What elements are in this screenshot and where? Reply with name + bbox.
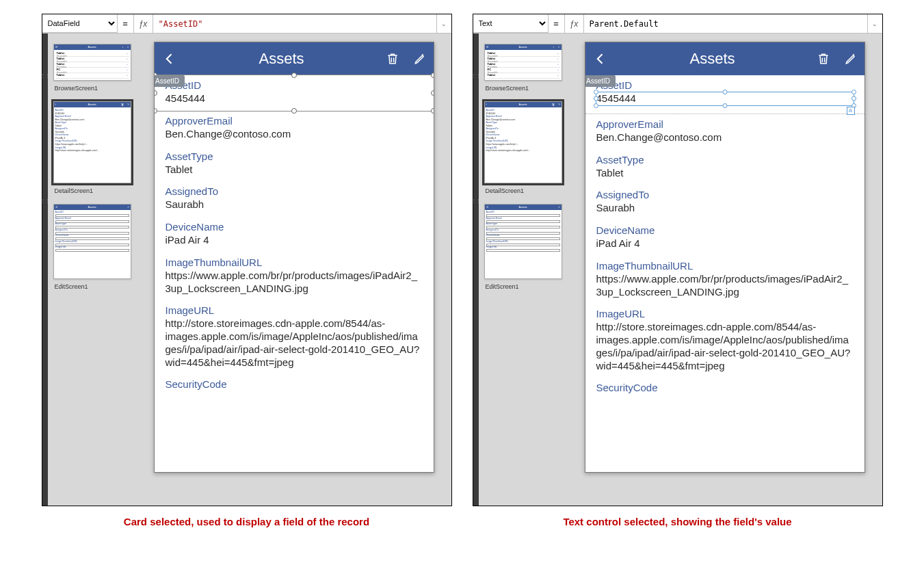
field-value: Ben.Change@contoso.com xyxy=(166,128,423,141)
card-assetid[interactable]: AssetID 4545444 A xyxy=(585,75,864,114)
fx-icon[interactable]: ƒx xyxy=(565,14,584,33)
card-approveremail[interactable]: ApproverEmail Ben.Change@contoso.com xyxy=(155,111,434,146)
thumbnail-edit[interactable]: ✕Assets✓ AssetID ApproverEmail AssetType… xyxy=(484,204,562,279)
card-imagethumbnailurl[interactable]: ImageThumbnailURL https://www.apple.com/… xyxy=(585,256,864,304)
field-label: DeviceName xyxy=(596,224,854,236)
canvas-area[interactable]: Card : AssetID Assets xyxy=(137,34,451,506)
selection-breadcrumb[interactable]: Card : AssetID xyxy=(585,75,616,87)
field-value: http://store.storeimages.cdn-apple.com/8… xyxy=(166,317,423,369)
field-label: AssignedTo xyxy=(166,185,423,197)
back-icon[interactable] xyxy=(585,52,616,66)
selection-breadcrumb[interactable]: Card : AssetID xyxy=(154,75,185,87)
app-header: Assets xyxy=(585,42,864,75)
app-title: Assets xyxy=(616,50,810,68)
field-label: ApproverEmail xyxy=(596,118,854,130)
field-value: https://www.apple.com/br/pr/products/ima… xyxy=(596,273,854,299)
card-assettype[interactable]: AssetType Tablet xyxy=(155,146,434,182)
card-imageurl[interactable]: ImageURL http://store.storeimages.cdn-ap… xyxy=(585,304,864,378)
field-label: DeviceName xyxy=(166,221,423,233)
field-label: ApproverEmail xyxy=(166,115,423,127)
card-devicename[interactable]: DeviceName iPad Air 4 xyxy=(585,220,864,256)
delete-icon[interactable] xyxy=(379,52,406,66)
field-value: Ben.Change@contoso.com xyxy=(596,131,854,144)
field-label: AssetID xyxy=(166,79,423,91)
card-assettype[interactable]: AssetType Tablet xyxy=(585,150,864,185)
card-imageurl[interactable]: ImageURL http://store.storeimages.cdn-ap… xyxy=(155,300,434,374)
card-approveremail[interactable]: ApproverEmail Ben.Change@contoso.com xyxy=(585,114,864,150)
card-assignedto[interactable]: AssignedTo Saurabh xyxy=(155,181,434,217)
card-imagethumbnailurl[interactable]: ImageThumbnailURL https://www.apple.com/… xyxy=(155,252,434,301)
field-value: https://www.apple.com/br/pr/products/ima… xyxy=(166,270,423,296)
field-value: Tablet xyxy=(166,163,423,176)
canvas-area[interactable]: Card : AssetID Assets xyxy=(568,34,882,506)
formula-bar: DataField = ƒx ⌄ xyxy=(42,14,451,34)
panel-caption-right: Text control selected, showing the field… xyxy=(559,506,795,530)
card-securitycode[interactable]: SecurityCode xyxy=(585,378,864,400)
thumbnail-edit[interactable]: ✕Assets✓ AssetID ApproverEmail AssetType… xyxy=(53,204,131,279)
field-value: iPad Air 4 xyxy=(596,237,854,250)
edit-icon[interactable] xyxy=(406,52,434,66)
property-dropdown[interactable]: Text xyxy=(473,14,549,33)
card-devicename[interactable]: DeviceName iPad Air 4 xyxy=(155,217,434,252)
thumbnail-detail[interactable]: ‹Assets🗑✎ AssetID4545444 ApproverEmailBe… xyxy=(484,101,562,183)
editor-panel-card-selected: DataField = ƒx ⌄ ⋮⋮ ⋮⋮ ⟳Assets↕＋ xyxy=(42,14,452,506)
screen-rail: ⋮⋮ ⋮⋮ xyxy=(473,34,479,506)
delete-icon[interactable] xyxy=(810,52,837,66)
field-label: ImageURL xyxy=(596,308,854,319)
form-fields: AssetID 4545444 A ApproverE xyxy=(585,75,864,400)
equals-label: = xyxy=(118,14,134,33)
formula-expand-icon[interactable]: ⌄ xyxy=(436,14,451,33)
field-label: AssignedTo xyxy=(596,189,854,200)
field-value: Tablet xyxy=(596,167,854,180)
field-label: SecurityCode xyxy=(596,382,854,393)
property-dropdown[interactable]: DataField xyxy=(42,14,118,33)
thumbnail-list: ⟳Assets↕＋ TabletSaurabh› TabletSaurabh› … xyxy=(48,34,137,506)
field-label: AssetType xyxy=(166,150,423,162)
formula-input[interactable] xyxy=(584,14,867,33)
field-label: ImageURL xyxy=(166,304,423,316)
field-label: AssetType xyxy=(596,154,854,166)
card-securitycode[interactable]: SecurityCode xyxy=(155,374,434,397)
back-icon[interactable] xyxy=(155,52,185,66)
panel-caption-left: Card selected, used to display a field o… xyxy=(120,506,373,530)
thumbnail-browse[interactable]: ⟳Assets↕＋ TabletSaurabh› TabletSaurabh› … xyxy=(484,44,562,81)
text-control-assetid[interactable]: 4545444 A xyxy=(596,92,854,105)
formula-bar: Text = ƒx ⌄ xyxy=(473,14,882,34)
equals-label: = xyxy=(549,14,565,33)
editor-panel-text-selected: Text = ƒx ⌄ ⋮⋮ ⋮⋮ ⟳Assets↕＋ xyxy=(473,14,883,506)
thumb-caption-detail: DetailScreen1 xyxy=(484,186,562,198)
screen-rail: ⋮⋮ ⋮⋮ xyxy=(42,34,48,506)
thumb-caption-browse: BrowseScreen1 xyxy=(484,83,562,96)
thumb-caption-edit: EditScreen1 xyxy=(53,282,131,294)
app-title: Assets xyxy=(185,50,379,68)
formula-expand-icon[interactable]: ⌄ xyxy=(867,14,882,33)
app-header: Assets xyxy=(155,42,434,75)
thumb-caption-edit: EditScreen1 xyxy=(484,282,562,294)
field-label: ImageThumbnailURL xyxy=(166,257,423,268)
thumbnail-list: ⟳Assets↕＋ TabletSaurabh› TabletSaurabh› … xyxy=(479,34,568,506)
thumb-caption-detail: DetailScreen1 xyxy=(53,186,131,198)
edit-icon[interactable] xyxy=(837,52,864,66)
phone-preview: Card : AssetID Assets xyxy=(585,42,865,473)
field-value: iPad Air 4 xyxy=(166,234,423,247)
field-value: http://store.storeimages.cdn-apple.com/8… xyxy=(596,321,854,372)
phone-preview: Card : AssetID Assets xyxy=(154,42,434,473)
alignment-badge-icon[interactable]: A xyxy=(847,107,855,115)
field-value: 4545444 xyxy=(166,92,423,105)
field-label: ImageThumbnailURL xyxy=(596,260,854,272)
formula-input[interactable] xyxy=(153,14,436,33)
thumbnail-browse[interactable]: ⟳Assets↕＋ TabletSaurabh› TabletSaurabh› … xyxy=(53,44,131,81)
thumbnail-detail[interactable]: ‹Assets🗑✎ AssetID4545444 ApproverEmailBe… xyxy=(53,101,131,183)
fx-icon[interactable]: ƒx xyxy=(134,14,153,33)
thumb-caption-browse: BrowseScreen1 xyxy=(53,83,131,96)
card-assignedto[interactable]: AssignedTo Saurabh xyxy=(585,185,864,220)
card-assetid[interactable]: AssetID 4545444 xyxy=(155,75,434,111)
form-fields: AssetID 4545444 ApproverEmail Ben.Change… xyxy=(155,75,434,397)
field-value: Saurabh xyxy=(596,202,854,215)
field-label: SecurityCode xyxy=(166,378,423,390)
field-value: Saurabh xyxy=(166,198,423,211)
